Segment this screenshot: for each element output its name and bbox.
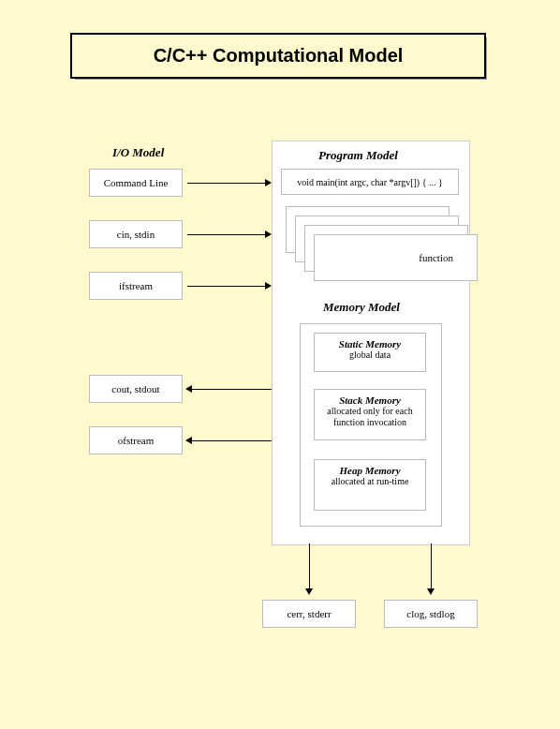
ifstream-text: ifstream (119, 280, 153, 291)
title-text: C/C++ Computational Model (154, 45, 404, 67)
arrow-clog-head (427, 588, 435, 595)
arrow-cin-head (265, 231, 272, 238)
static-head: Static Memory (317, 338, 423, 350)
arrow-cout-head (185, 385, 192, 393)
ofstream-box: ofstream (89, 426, 183, 454)
arrow-cmd-head (265, 179, 272, 186)
arrow-clog-line (431, 543, 432, 590)
clog-text: clog, stdlog (406, 608, 454, 619)
cin-box: cin, stdin (89, 220, 183, 248)
memory-model-label: Memory Model (323, 300, 400, 315)
cerr-box: cerr, stderr (262, 600, 356, 628)
arrow-cmd (187, 183, 267, 184)
io-model-label: I/O Model (112, 145, 164, 160)
arrow-ofs (192, 440, 272, 441)
cerr-text: cerr, stderr (287, 608, 331, 619)
command-line-box: Command Line (89, 169, 183, 197)
stack-body: allocated only for each function invocat… (317, 406, 423, 428)
arrow-ifs-head (265, 282, 272, 290)
cout-box: cout, stdout (89, 375, 183, 403)
static-memory-box: Static Memory global data (314, 333, 426, 372)
arrow-ifs (187, 286, 267, 287)
title-box: C/C++ Computational Model (70, 33, 486, 79)
clog-box: clog, stdlog (384, 600, 478, 628)
ofstream-text: ofstream (118, 435, 154, 446)
arrow-cout (192, 389, 272, 390)
func-stack-1: function (314, 234, 478, 281)
ifstream-box: ifstream (89, 272, 183, 300)
main-sig-box: void main(int argc, char *argv[]) { ... … (281, 169, 459, 195)
arrow-ofs-head (185, 437, 192, 444)
stack-head: Stack Memory (317, 394, 423, 406)
heap-memory-box: Heap Memory allocated at run-time (314, 459, 426, 511)
heap-head: Heap Memory (317, 465, 423, 476)
arrow-cerr-head (305, 588, 313, 595)
arrow-cerr-line (309, 543, 310, 590)
main-sig-text: void main(int argc, char *argv[]) { ... … (297, 177, 443, 187)
command-line-text: Command Line (104, 177, 169, 188)
stack-memory-box: Stack Memory allocated only for each fun… (314, 389, 426, 440)
program-model-label: Program Model (318, 148, 398, 163)
static-body: global data (317, 350, 423, 361)
cin-text: cin, stdin (117, 229, 155, 240)
cout-text: cout, stdout (111, 383, 159, 394)
heap-body: allocated at run-time (317, 476, 423, 487)
arrow-cin (187, 234, 267, 235)
func-label-text: function (419, 252, 453, 263)
